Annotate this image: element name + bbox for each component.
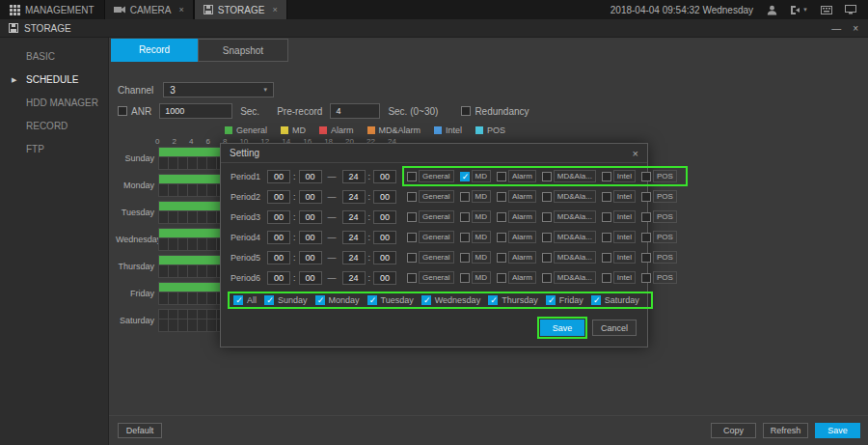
close-tab-icon[interactable]: × — [272, 5, 277, 14]
alarm-checkbox[interactable] — [497, 212, 506, 222]
intel-checkbox[interactable] — [602, 172, 611, 181]
pos-checkbox[interactable] — [641, 192, 651, 202]
pos-checkbox[interactable] — [641, 253, 651, 263]
alarm-checkbox[interactable] — [497, 192, 506, 202]
general-checkbox[interactable] — [407, 253, 417, 263]
period-end-hour-input[interactable]: 24 — [342, 251, 366, 264]
close-tab-icon[interactable]: × — [178, 5, 183, 14]
period-end-minute-input[interactable]: 00 — [373, 210, 396, 224]
wednesday-checkbox[interactable] — [421, 295, 431, 305]
general-checkbox[interactable] — [407, 233, 417, 242]
dialog-close-icon[interactable]: × — [633, 148, 638, 159]
mdalarm-checkbox[interactable] — [542, 253, 552, 263]
redundancy-checkbox[interactable] — [461, 106, 471, 116]
pos-checkbox[interactable] — [641, 233, 651, 242]
md-checkbox[interactable] — [460, 233, 470, 242]
period-end-hour-input[interactable]: 24 — [342, 271, 366, 285]
period-start-minute-input[interactable]: 00 — [299, 251, 322, 264]
close-icon[interactable]: × — [853, 23, 858, 34]
tab-snapshot[interactable]: Snapshot — [198, 39, 288, 62]
mdalarm-checkbox[interactable] — [542, 172, 552, 181]
period-end-minute-input[interactable]: 00 — [373, 170, 396, 183]
tab-record[interactable]: Record — [111, 39, 198, 62]
period-start-minute-input[interactable]: 00 — [299, 170, 322, 183]
logout-icon[interactable]: ▼ — [790, 5, 808, 15]
sidebar-item-schedule[interactable]: ▶ SCHEDULE — [0, 70, 108, 91]
thursday-checkbox[interactable] — [488, 295, 498, 305]
period-start-minute-input[interactable]: 00 — [299, 210, 322, 224]
grid-menu-icon — [10, 5, 20, 15]
general-checkbox[interactable] — [407, 273, 417, 283]
management-menu[interactable]: MANAGEMENT — [0, 0, 104, 19]
alarm-checkbox[interactable] — [497, 233, 506, 242]
period-start-hour-input[interactable]: 00 — [267, 271, 290, 285]
alarm-checkbox[interactable] — [497, 253, 506, 263]
pos-checkbox[interactable] — [641, 212, 651, 222]
mdalarm-checkbox[interactable] — [542, 233, 552, 242]
sidebar-item-ftp[interactable]: FTP — [0, 139, 108, 160]
sidebar-item-record[interactable]: RECORD — [0, 116, 108, 137]
md-checkbox[interactable] — [460, 212, 470, 222]
event-check-alarm: Alarm — [497, 190, 536, 203]
period-end-hour-input[interactable]: 24 — [342, 231, 366, 244]
general-checkbox[interactable] — [407, 212, 417, 222]
intel-checkbox[interactable] — [602, 233, 611, 242]
intel-checkbox[interactable] — [602, 212, 611, 222]
mdalarm-checkbox[interactable] — [542, 212, 552, 222]
md-checkbox[interactable] — [460, 192, 470, 202]
anr-input[interactable]: 1000 — [159, 103, 232, 119]
intel-checkbox[interactable] — [602, 273, 611, 283]
period-end-minute-input[interactable]: 00 — [373, 271, 396, 285]
friday-checkbox[interactable] — [546, 295, 556, 305]
prerecord-input[interactable]: 4 — [330, 103, 380, 119]
tab-camera[interactable]: CAMERA × — [104, 0, 194, 19]
copy-button[interactable]: Copy — [711, 423, 756, 438]
monitor-icon[interactable] — [845, 5, 856, 14]
period-start-hour-input[interactable]: 00 — [267, 170, 290, 183]
saturday-checkbox[interactable] — [591, 295, 601, 305]
period-start-minute-input[interactable]: 00 — [299, 271, 322, 285]
all-checkbox[interactable] — [233, 295, 243, 305]
period-start-hour-input[interactable]: 00 — [267, 190, 290, 204]
tab-storage[interactable]: STORAGE × — [194, 0, 287, 19]
pos-checkbox[interactable] — [641, 273, 651, 283]
md-checkbox[interactable] — [460, 253, 470, 263]
alarm-checkbox[interactable] — [497, 273, 506, 283]
period-end-hour-input[interactable]: 24 — [342, 210, 366, 224]
md-checkbox[interactable] — [460, 172, 470, 181]
sidebar-item-basic[interactable]: BASIC — [0, 46, 108, 68]
tuesday-checkbox[interactable] — [367, 295, 377, 305]
period-end-hour-input[interactable]: 24 — [342, 190, 366, 204]
general-checkbox[interactable] — [407, 172, 417, 181]
save-button[interactable]: Save — [815, 423, 860, 438]
period-end-hour-input[interactable]: 24 — [342, 170, 366, 183]
anr-checkbox[interactable] — [118, 106, 127, 116]
default-button[interactable]: Default — [118, 423, 162, 438]
period-start-hour-input[interactable]: 00 — [267, 210, 290, 224]
dialog-save-button[interactable]: Save — [540, 320, 584, 336]
alarm-checkbox[interactable] — [497, 172, 506, 181]
mdalarm-checkbox[interactable] — [542, 192, 552, 202]
period-start-minute-input[interactable]: 00 — [299, 190, 322, 204]
intel-checkbox[interactable] — [602, 192, 611, 202]
md-checkbox[interactable] — [460, 273, 470, 283]
period-start-hour-input[interactable]: 00 — [267, 231, 290, 244]
general-checkbox[interactable] — [407, 192, 417, 202]
sidebar-item-hdd-manager[interactable]: HDD MANAGER — [0, 93, 108, 114]
channel-select[interactable]: 3 ▼ — [163, 82, 274, 97]
sunday-checkbox[interactable] — [264, 295, 274, 305]
period-end-minute-input[interactable]: 00 — [373, 190, 396, 204]
period-start-hour-input[interactable]: 00 — [267, 251, 290, 264]
dialog-cancel-button[interactable]: Cancel — [592, 320, 637, 336]
minimize-icon[interactable]: — — [831, 23, 841, 34]
mdalarm-checkbox[interactable] — [542, 273, 552, 283]
refresh-button[interactable]: Refresh — [763, 423, 808, 438]
user-icon[interactable] — [767, 5, 777, 15]
intel-checkbox[interactable] — [602, 253, 611, 263]
period-start-minute-input[interactable]: 00 — [299, 231, 322, 244]
pos-checkbox[interactable] — [641, 172, 651, 181]
monday-checkbox[interactable] — [315, 295, 325, 305]
keyboard-icon[interactable] — [821, 6, 832, 14]
period-end-minute-input[interactable]: 00 — [373, 251, 396, 264]
period-end-minute-input[interactable]: 00 — [373, 231, 396, 244]
